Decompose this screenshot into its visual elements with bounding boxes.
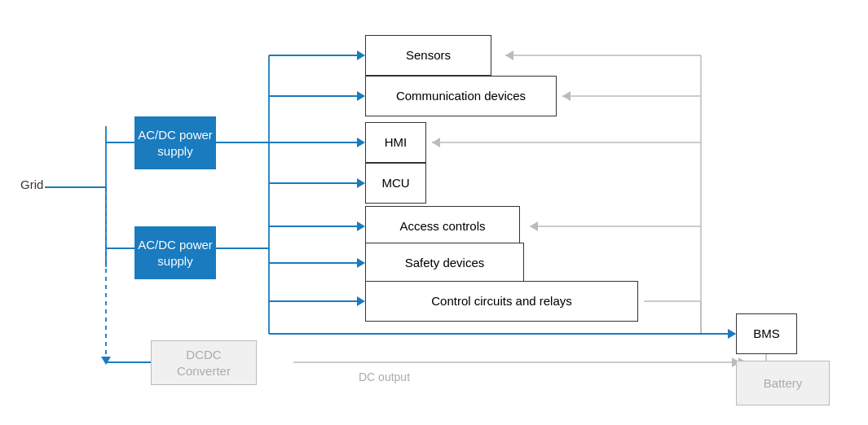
svg-marker-29 xyxy=(432,138,440,147)
svg-marker-31 xyxy=(530,221,538,231)
svg-marker-12 xyxy=(357,91,365,101)
dcdc-label: DCDC Converter xyxy=(177,347,231,379)
dcdc-box: DCDC Converter xyxy=(151,340,257,385)
svg-marker-16 xyxy=(357,178,365,188)
hmi-box: HMI xyxy=(365,122,426,163)
comm-label: Communication devices xyxy=(396,88,526,104)
grid-label: Grid xyxy=(20,177,43,191)
control-box: Control circuits and relays xyxy=(365,281,638,322)
bms-box: BMS xyxy=(736,313,797,354)
sensors-label: Sensors xyxy=(406,47,451,64)
access-label: Access controls xyxy=(399,218,485,234)
control-label: Control circuits and relays xyxy=(431,293,572,309)
safety-box: Safety devices xyxy=(365,243,524,283)
svg-marker-14 xyxy=(357,138,365,147)
svg-marker-10 xyxy=(357,50,365,60)
ac-dc-1-box: AC/DC power supply xyxy=(134,116,216,169)
ac-dc-1-label: AC/DC power supply xyxy=(138,127,213,159)
access-box: Access controls xyxy=(365,206,520,247)
battery-box: Battery xyxy=(736,361,830,405)
hmi-label: HMI xyxy=(385,134,408,151)
svg-marker-5 xyxy=(101,357,111,365)
battery-label: Battery xyxy=(764,375,803,392)
svg-marker-18 xyxy=(357,221,365,231)
svg-marker-20 xyxy=(357,258,365,268)
mcu-box: MCU xyxy=(365,163,426,204)
svg-marker-43 xyxy=(728,329,736,339)
bms-label: BMS xyxy=(753,326,780,342)
sensors-box: Sensors xyxy=(365,35,491,76)
safety-label: Safety devices xyxy=(405,255,485,271)
dc-output-label: DC output xyxy=(359,370,410,383)
ac-dc-2-label: AC/DC power supply xyxy=(138,237,213,269)
mcu-label: MCU xyxy=(381,175,409,191)
ac-dc-2-box: AC/DC power supply xyxy=(134,226,216,279)
comm-box: Communication devices xyxy=(365,76,557,116)
svg-marker-27 xyxy=(562,91,571,101)
svg-marker-25 xyxy=(505,50,513,60)
svg-marker-22 xyxy=(357,296,365,306)
